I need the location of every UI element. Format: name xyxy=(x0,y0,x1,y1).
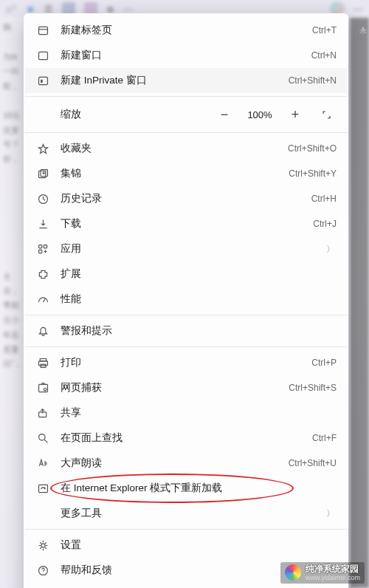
apps-icon xyxy=(35,242,50,256)
menu-shortcut: Ctrl+J xyxy=(313,219,337,229)
menu-label: 更多工具 xyxy=(61,507,326,520)
more-icon: ⋯ xyxy=(354,4,363,15)
menu-label: 共享 xyxy=(61,406,337,420)
menu-zoom-row: 缩放 − 100% + xyxy=(25,100,347,129)
menu-performance[interactable]: 性能 xyxy=(25,287,347,312)
new-tab-icon xyxy=(35,23,50,38)
watermark-logo-icon xyxy=(285,564,301,581)
menu-label: 大声朗读 xyxy=(61,457,289,470)
read-aloud-icon xyxy=(35,456,50,471)
text-tool-icon: An xyxy=(6,3,16,16)
svg-rect-9 xyxy=(38,250,41,253)
menu-close-edge[interactable]: 关闭 Microsoft Edge xyxy=(25,583,347,588)
menu-capture[interactable]: 网页捕获 Ctrl+Shift+S xyxy=(25,375,347,400)
menu-separator xyxy=(25,346,347,347)
menu-label: 历史记录 xyxy=(61,192,311,205)
menu-separator xyxy=(25,315,347,315)
menu-downloads[interactable]: 下载 Ctrl+J xyxy=(25,211,347,236)
browser-main-menu: 新建标签页 Ctrl+T 新建窗口 Ctrl+N 新建 InPrivate 窗口… xyxy=(24,13,348,588)
menu-label: 网页捕获 xyxy=(61,381,289,394)
menu-label: 收藏夹 xyxy=(61,142,288,155)
history-icon xyxy=(35,191,50,206)
chevron-right-icon: 〉 xyxy=(326,243,337,256)
new-window-icon xyxy=(35,48,50,63)
performance-icon xyxy=(35,292,50,307)
menu-favorites[interactable]: 收藏夹 Ctrl+Shift+O xyxy=(25,136,347,161)
bell-icon xyxy=(35,324,50,338)
menu-history[interactable]: 历史记录 Ctrl+H xyxy=(25,186,347,211)
menu-settings[interactable]: 设置 xyxy=(25,533,347,558)
menu-label: 性能 xyxy=(61,293,337,306)
zoom-out-button[interactable]: − xyxy=(214,104,235,125)
menu-label: 在页面上查找 xyxy=(61,431,312,445)
svg-rect-8 xyxy=(44,245,46,247)
menu-label: 打印 xyxy=(61,356,311,369)
menu-shortcut: Ctrl+N xyxy=(311,50,337,61)
menu-label: 新建标签页 xyxy=(61,24,312,37)
menu-label: 新建窗口 xyxy=(61,49,311,62)
watermark-title: 纯净系统家园 xyxy=(306,564,360,574)
menu-share[interactable]: 共享 xyxy=(25,400,347,425)
menu-shortcut: Ctrl+Shift+O xyxy=(288,143,337,154)
menu-label: 集锦 xyxy=(61,167,289,180)
fullscreen-button[interactable] xyxy=(316,104,337,125)
menu-shortcut: Ctrl+P xyxy=(311,358,337,368)
watermark-url: www.yidaimei.com xyxy=(306,574,360,582)
menu-label: 设置 xyxy=(61,539,337,552)
menu-label: 警报和提示 xyxy=(61,324,337,338)
menu-new-window[interactable]: 新建窗口 Ctrl+N xyxy=(25,43,347,68)
menu-more-tools[interactable]: 更多工具 〉 xyxy=(25,501,347,526)
menu-separator xyxy=(25,96,347,97)
menu-separator xyxy=(25,529,347,530)
download-icon xyxy=(35,216,50,231)
background-left-text: 网 为N 一叫 权， 18元 次发 号？ 价， 主 会， 季则 云小 年志 质量… xyxy=(0,18,24,588)
menu-new-tab[interactable]: 新建标签页 Ctrl+T xyxy=(25,18,347,43)
help-icon xyxy=(35,563,50,578)
menu-collections[interactable]: 集锦 Ctrl+Shift+Y xyxy=(25,161,347,186)
menu-label: 扩展 xyxy=(61,267,337,281)
background-right-panel xyxy=(350,18,369,588)
svg-rect-3 xyxy=(41,79,43,82)
menu-read-aloud[interactable]: 大声朗读 Ctrl+Shift+U xyxy=(25,451,347,476)
menu-apps[interactable]: 应用 〉 xyxy=(25,236,347,261)
menu-print[interactable]: 打印 Ctrl+P xyxy=(25,350,347,375)
ie-reload-icon xyxy=(35,481,50,496)
extensions-icon xyxy=(35,267,50,281)
zoom-in-button[interactable]: + xyxy=(285,104,306,125)
svg-point-14 xyxy=(44,388,46,390)
print-icon xyxy=(35,355,50,370)
favorites-icon xyxy=(35,141,50,156)
menu-label: 应用 xyxy=(61,242,326,256)
menu-shortcut: Ctrl+Shift+N xyxy=(289,75,337,86)
search-icon xyxy=(35,431,50,445)
menu-ie-mode[interactable]: 在 Internet Explorer 模式下重新加载 xyxy=(25,476,347,501)
menu-shortcut: Ctrl+T xyxy=(312,25,337,35)
collections-icon xyxy=(35,166,50,181)
menu-separator xyxy=(25,132,347,133)
menu-extensions[interactable]: 扩展 xyxy=(25,261,347,287)
menu-shortcut: Ctrl+Shift+U xyxy=(289,458,337,468)
menu-label: 下载 xyxy=(61,217,313,230)
zoom-controls: − 100% + xyxy=(214,104,337,125)
menu-alerts[interactable]: 警报和提示 xyxy=(25,318,347,343)
svg-rect-1 xyxy=(38,52,47,59)
svg-point-16 xyxy=(38,434,45,440)
svg-point-18 xyxy=(41,543,44,547)
watermark: 纯净系统家园 www.yidaimei.com xyxy=(280,562,365,584)
menu-new-inprivate[interactable]: 新建 InPrivate 窗口 Ctrl+Shift+N xyxy=(25,68,347,93)
menu-label: 在 Internet Explorer 模式下重新加载 xyxy=(61,482,337,495)
svg-rect-2 xyxy=(38,77,47,84)
zoom-label: 缩放 xyxy=(61,108,81,121)
svg-rect-7 xyxy=(38,245,41,247)
menu-shortcut: Ctrl+F xyxy=(312,433,337,443)
svg-rect-13 xyxy=(38,384,47,392)
share-icon xyxy=(35,406,50,420)
menu-shortcut: Ctrl+H xyxy=(311,194,337,204)
menu-label: 新建 InPrivate 窗口 xyxy=(61,74,289,87)
svg-rect-0 xyxy=(38,27,47,34)
zoom-value: 100% xyxy=(245,109,275,120)
svg-rect-11 xyxy=(38,360,47,365)
menu-find[interactable]: 在页面上查找 Ctrl+F xyxy=(25,425,347,451)
menu-shortcut: Ctrl+Shift+Y xyxy=(289,168,337,179)
blank-icon xyxy=(35,506,50,521)
